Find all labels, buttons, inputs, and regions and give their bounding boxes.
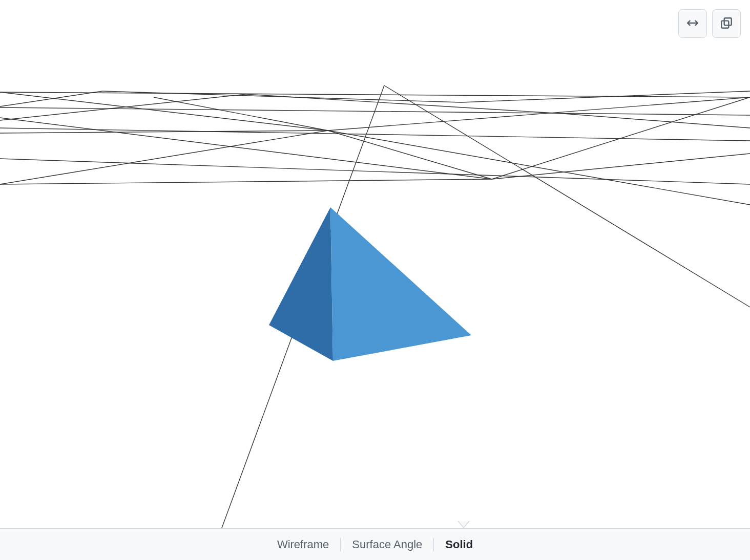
viewer-toolbar <box>678 9 741 38</box>
svg-rect-26 <box>724 18 732 25</box>
reset-view-button[interactable] <box>678 9 707 38</box>
svg-line-3 <box>0 118 492 179</box>
svg-line-12 <box>154 97 328 131</box>
svg-line-4 <box>0 92 750 97</box>
svg-line-14 <box>492 97 750 179</box>
svg-rect-27 <box>721 20 728 28</box>
open-external-button[interactable] <box>712 9 741 38</box>
resize-horizontal-icon <box>686 16 699 31</box>
svg-line-17 <box>102 91 461 102</box>
viewport[interactable] <box>0 0 750 560</box>
mode-wireframe[interactable]: Wireframe <box>266 538 340 551</box>
render-mode-bar: WireframeSurface AngleSolid <box>0 528 750 560</box>
svg-marker-23 <box>269 207 333 361</box>
3d-viewer: WireframeSurface AngleSolid <box>0 0 750 560</box>
svg-line-21 <box>564 114 750 128</box>
svg-marker-24 <box>330 207 471 361</box>
mode-surface-angle[interactable]: Surface Angle <box>341 538 433 551</box>
model-tetrahedron <box>269 207 471 361</box>
scene-svg <box>0 0 750 560</box>
svg-line-0 <box>384 85 750 307</box>
svg-line-8 <box>0 92 328 131</box>
mode-solid[interactable]: Solid <box>434 538 484 551</box>
svg-line-19 <box>0 91 102 106</box>
svg-line-11 <box>328 131 750 205</box>
copy-icon <box>720 16 733 31</box>
svg-line-10 <box>328 97 750 131</box>
svg-line-16 <box>0 179 492 184</box>
render-mode-group: WireframeSurface AngleSolid <box>266 538 484 551</box>
svg-line-9 <box>0 131 328 184</box>
